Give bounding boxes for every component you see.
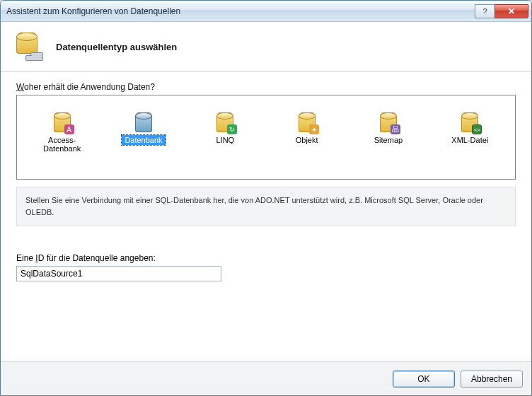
source-item-label: XML-Datei (449, 135, 491, 145)
database-sitemap-icon: 品 (380, 107, 397, 132)
source-item-label: LINQ (213, 135, 237, 145)
source-item-xml[interactable]: <> XML-Datei (434, 105, 505, 146)
datasource-wizard-icon (15, 33, 43, 61)
source-item-label: Datenbank (122, 135, 165, 145)
source-item-object[interactable]: ✦ Objekt (272, 105, 342, 146)
id-section: Eine ID für die Datenquelle angeben: (16, 253, 516, 281)
header-band: Datenquellentyp auswählen (1, 22, 531, 71)
database-object-icon: ✦ (299, 107, 316, 132)
database-access-icon: A (54, 107, 71, 132)
source-item-linq[interactable]: ↻ LINQ (190, 105, 260, 146)
source-item-label: Sitemap (371, 135, 405, 145)
database-xml-icon: <> (461, 107, 478, 132)
source-item-label: Objekt (293, 135, 321, 145)
titlebar[interactable]: Assistent zum Konfigurieren von Datenque… (1, 1, 531, 22)
cancel-button[interactable]: Abbrechen (461, 371, 523, 388)
ok-button[interactable]: OK (393, 371, 455, 388)
close-button[interactable]: ✕ (495, 4, 528, 18)
help-icon: ? (482, 7, 487, 16)
id-label: Eine ID für die Datenquelle angeben: (16, 253, 516, 263)
source-item-access[interactable]: A Access-Datenbank (27, 105, 98, 155)
source-item-database[interactable]: Datenbank (108, 105, 179, 146)
source-question-label: Woher erhält die Anwendung Daten? (16, 82, 516, 92)
source-item-sitemap[interactable]: 品 Sitemap (353, 105, 424, 146)
window-buttons: ? ✕ (475, 4, 528, 18)
datasource-id-input[interactable] (16, 266, 221, 281)
page-title: Datenquellentyp auswählen (56, 42, 177, 52)
close-icon: ✕ (508, 6, 515, 16)
window-title: Assistent zum Konfigurieren von Datenque… (6, 6, 475, 16)
help-button[interactable]: ? (475, 4, 495, 18)
content-area: Woher erhält die Anwendung Daten? A Acce… (1, 72, 531, 361)
wizard-window: Assistent zum Konfigurieren von Datenque… (0, 0, 532, 396)
source-item-label: Access-Datenbank (28, 135, 96, 153)
database-linq-icon: ↻ (216, 107, 233, 132)
source-type-list: A Access-Datenbank Datenbank ↻ LINQ ✦ (16, 95, 516, 180)
database-icon (135, 107, 152, 132)
source-description: Stellen Sie eine Verbindung mit einer SQ… (16, 187, 516, 226)
footer: OK Abbrechen (1, 361, 531, 395)
